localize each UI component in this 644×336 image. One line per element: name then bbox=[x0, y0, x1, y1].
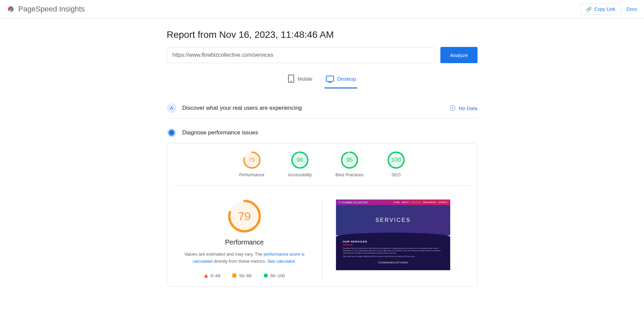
score-legend: 0–49 50–89 90–100 bbox=[204, 273, 285, 278]
tab-mobile[interactable]: Mobile bbox=[287, 71, 314, 88]
performance-detail: 79 Performance Values are estimated and … bbox=[181, 199, 323, 278]
tab-mobile-label: Mobile bbox=[298, 76, 312, 82]
ss-brand: ✳ FLOWBIZ COLLECTIVE bbox=[339, 201, 368, 204]
device-tabs: Mobile Desktop bbox=[167, 71, 478, 88]
page-screenshot: ✳ FLOWBIZ COLLECTIVE HOMEABOUTSERVICESRE… bbox=[336, 199, 450, 270]
score-label: Performance bbox=[239, 172, 264, 177]
gauge-icon: 100 bbox=[387, 151, 405, 169]
legend-fail-label: 0–49 bbox=[211, 273, 221, 278]
no-data-label: No Data bbox=[459, 105, 477, 111]
score-label: Best Practices bbox=[336, 172, 364, 177]
ss-nav-item: RESOURCES bbox=[423, 201, 436, 203]
tab-desktop-label: Desktop bbox=[337, 76, 356, 82]
score-best-practices[interactable]: 95Best Practices bbox=[336, 151, 364, 177]
score-seo[interactable]: 100SEO bbox=[387, 151, 405, 177]
header-left: PageSpeed Insights bbox=[7, 5, 85, 14]
diagnose-header: Diagnose performance issues bbox=[167, 128, 478, 137]
copy-link-label: Copy Link bbox=[594, 6, 615, 12]
gauge-icon: 96 bbox=[291, 151, 309, 169]
report-title: Report from Nov 16, 2023, 11:48:46 AM bbox=[167, 29, 478, 40]
ss-p2: Take a look at our strategic offerings a… bbox=[343, 255, 443, 258]
disclaimer-text3: . bbox=[295, 259, 296, 264]
ss-header: ✳ FLOWBIZ COLLECTIVE HOMEABOUTSERVICESRE… bbox=[336, 200, 450, 205]
score-value: 100 bbox=[391, 157, 401, 163]
performance-value: 79 bbox=[238, 210, 251, 223]
no-data-link[interactable]: i No Data bbox=[450, 105, 477, 111]
performance-label: Performance bbox=[225, 238, 264, 246]
crux-title: Discover what your real users are experi… bbox=[182, 105, 302, 111]
gauge-icon: 95 bbox=[341, 151, 358, 169]
square-icon bbox=[232, 274, 236, 278]
diagnose-section: Diagnose performance issues 79Performanc… bbox=[167, 128, 478, 287]
scores-row: 79Performance96Accessibility95Best Pract… bbox=[174, 151, 470, 186]
detail-row: 79 Performance Values are estimated and … bbox=[167, 186, 477, 278]
url-input[interactable] bbox=[167, 47, 435, 63]
legend-pass-label: 90–100 bbox=[271, 273, 285, 278]
ss-body: OUR SERVICES We believe that true succes… bbox=[336, 237, 450, 270]
diagnose-title: Diagnose performance issues bbox=[182, 129, 258, 136]
calculator-link[interactable]: See calculator bbox=[267, 259, 295, 264]
performance-gauge: 79 bbox=[228, 199, 261, 233]
ss-underline bbox=[343, 244, 353, 245]
svg-point-2 bbox=[171, 106, 172, 108]
svg-point-1 bbox=[172, 108, 173, 109]
app-title: PageSpeed Insights bbox=[18, 5, 85, 14]
main-content: Report from Nov 16, 2023, 11:48:46 AM An… bbox=[160, 19, 484, 293]
gauge-icon: 79 bbox=[243, 151, 261, 169]
disclaimer: Values are estimated and may vary. The p… bbox=[181, 251, 309, 265]
ss-nav-item: SERVICES bbox=[411, 201, 421, 203]
score-value: 96 bbox=[297, 157, 303, 163]
pagespeed-logo-icon bbox=[7, 5, 15, 13]
scores-card: 79Performance96Accessibility95Best Pract… bbox=[167, 143, 478, 287]
mobile-icon bbox=[288, 75, 294, 83]
triangle-icon bbox=[204, 274, 208, 278]
app-header: PageSpeed Insights 🔗 Copy Link Docs bbox=[0, 0, 644, 19]
ss-section-title: OUR SERVICES bbox=[343, 240, 443, 243]
info-icon: i bbox=[450, 105, 455, 111]
legend-average-label: 50–89 bbox=[239, 273, 251, 278]
ss-hero: SERVICES bbox=[336, 205, 450, 235]
url-row: Analyze bbox=[167, 47, 478, 63]
tab-desktop[interactable]: Desktop bbox=[325, 71, 357, 88]
docs-link[interactable]: Docs bbox=[626, 6, 637, 12]
disclaimer-text2: directly from these metrics. bbox=[212, 259, 267, 264]
header-right: 🔗 Copy Link Docs bbox=[580, 3, 637, 15]
copy-link-button[interactable]: 🔗 Copy Link bbox=[580, 3, 621, 15]
users-icon bbox=[167, 103, 176, 113]
ss-nav-item: CONTACT bbox=[438, 201, 447, 203]
screenshot-panel: ✳ FLOWBIZ COLLECTIVE HOMEABOUTSERVICESRE… bbox=[336, 199, 464, 278]
ss-comm: COMMUNICATIONS bbox=[343, 261, 443, 264]
analyze-button[interactable]: Analyze bbox=[440, 47, 477, 63]
ss-p1: We believe that true success lies in the… bbox=[343, 247, 443, 254]
ss-nav-item: HOME bbox=[394, 201, 400, 203]
score-label: SEO bbox=[391, 172, 401, 177]
svg-point-0 bbox=[170, 108, 171, 109]
desktop-icon bbox=[326, 76, 334, 82]
ss-nav: HOMEABOUTSERVICESRESOURCESCONTACT bbox=[394, 201, 447, 203]
crux-section: Discover what your real users are experi… bbox=[167, 98, 478, 119]
score-label: Accessibility bbox=[288, 172, 312, 177]
legend-pass: 90–100 bbox=[264, 273, 285, 278]
legend-average: 50–89 bbox=[232, 273, 251, 278]
legend-fail: 0–49 bbox=[204, 273, 221, 278]
score-value: 79 bbox=[249, 157, 255, 163]
link-icon: 🔗 bbox=[586, 6, 592, 12]
score-accessibility[interactable]: 96Accessibility bbox=[288, 151, 312, 177]
score-value: 95 bbox=[346, 157, 353, 163]
disclaimer-text1: Values are estimated and may vary. The bbox=[184, 252, 264, 257]
crux-left: Discover what your real users are experi… bbox=[167, 103, 302, 113]
circle-icon bbox=[264, 274, 268, 278]
ss-nav-item: ABOUT bbox=[402, 201, 409, 203]
score-performance[interactable]: 79Performance bbox=[239, 151, 264, 177]
diagnose-icon bbox=[167, 128, 176, 137]
